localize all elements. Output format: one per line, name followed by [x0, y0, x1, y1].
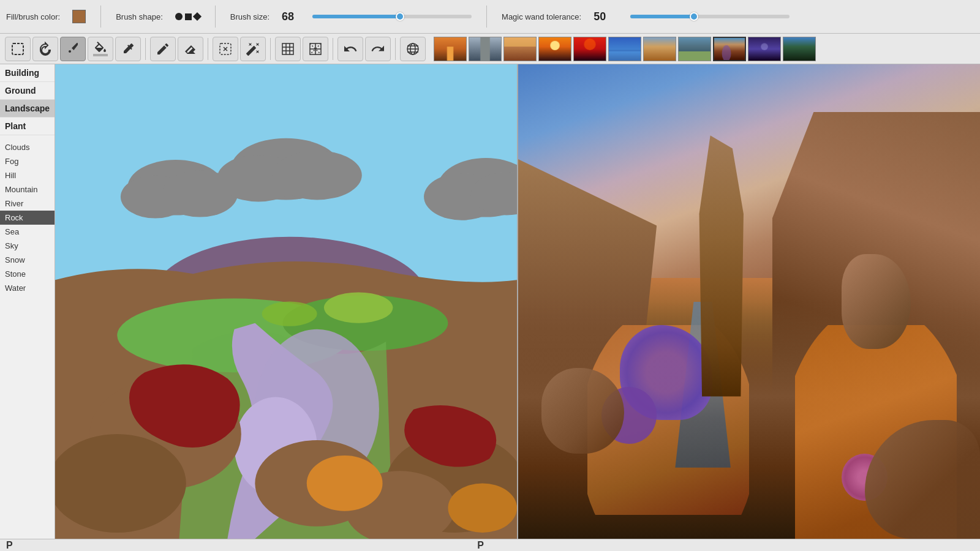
tool-grid2[interactable] — [303, 37, 328, 61]
fill-color-label: Fill/brush color: — [6, 12, 60, 21]
tool-redo[interactable] — [365, 37, 391, 61]
canvas-area — [55, 64, 980, 539]
brush-size-value: 68 — [282, 10, 300, 23]
sidebar-item-sky[interactable]: Sky — [0, 239, 55, 253]
thumbnail-6[interactable] — [608, 37, 641, 61]
main-area: Building Ground Landscape Plant Clouds F… — [0, 64, 980, 539]
fill-color-swatch[interactable] — [72, 10, 86, 23]
thumbnail-4[interactable] — [538, 37, 571, 61]
thumbnail-3[interactable] — [503, 37, 537, 61]
separator-2 — [215, 6, 216, 28]
sidebar-category-ground[interactable]: Ground — [0, 82, 55, 100]
brush-shape-label: Brush shape: — [116, 12, 163, 21]
thumbnail-7[interactable] — [643, 37, 676, 61]
svg-rect-0 — [12, 43, 23, 54]
tool-magic-wand[interactable] — [240, 37, 266, 61]
svg-point-38 — [448, 483, 517, 533]
thumbnail-11[interactable] — [783, 37, 816, 61]
magic-wand-slider[interactable] — [630, 15, 790, 18]
svg-rect-4 — [282, 43, 293, 54]
brush-size-slider[interactable] — [312, 15, 472, 18]
thumbnail-5[interactable] — [573, 37, 606, 61]
tool-selection[interactable] — [5, 37, 31, 61]
magic-wand-label: Magic wand tolerance: — [502, 12, 581, 21]
thumbnail-9[interactable] — [713, 37, 746, 61]
tool-brush[interactable] — [60, 37, 86, 61]
separator-tools-5 — [395, 38, 396, 60]
sidebar: Building Ground Landscape Plant Clouds F… — [0, 64, 55, 539]
painting-svg[interactable] — [55, 64, 517, 539]
sidebar-item-fog[interactable]: Fog — [0, 154, 55, 168]
svg-point-23 — [272, 151, 361, 200]
svg-point-37 — [307, 455, 383, 511]
bottom-bar: P P — [0, 539, 980, 551]
separator-tools-1 — [145, 38, 146, 60]
thumbnail-8[interactable] — [678, 37, 711, 61]
tool-erase-selection[interactable] — [213, 37, 238, 61]
thumbnail-10[interactable] — [748, 37, 781, 61]
brush-size-label: Brush size: — [230, 12, 270, 21]
magic-wand-value: 50 — [594, 10, 618, 23]
tool-globe[interactable] — [400, 37, 426, 61]
top-toolbar: Fill/brush color: Brush shape: Brush siz… — [0, 0, 980, 34]
brush-size-fill — [312, 15, 400, 18]
sidebar-item-river[interactable]: River — [0, 197, 55, 211]
tool-undo[interactable] — [337, 37, 363, 61]
tool-fill[interactable] — [88, 37, 113, 61]
sidebar-category-plant[interactable]: Plant — [0, 118, 55, 135]
magic-wand-thumb[interactable] — [690, 12, 698, 21]
sidebar-item-water[interactable]: Water — [0, 281, 55, 295]
sidebar-category-building[interactable]: Building — [0, 64, 55, 82]
separator-3 — [486, 6, 487, 28]
painting-panel[interactable] — [55, 64, 518, 539]
sidebar-item-clouds[interactable]: Clouds — [0, 140, 55, 154]
separator-1 — [100, 6, 101, 28]
thumbnail-strip — [434, 37, 816, 61]
sidebar-item-snow[interactable]: Snow — [0, 253, 55, 267]
tool-grid1[interactable] — [275, 37, 301, 61]
rock-middle-right — [842, 254, 911, 349]
sidebar-category-landscape[interactable]: Landscape — [0, 100, 55, 118]
brush-shapes — [175, 13, 200, 20]
brush-diamond-shape[interactable] — [193, 12, 202, 21]
magic-wand-fill — [630, 15, 694, 18]
svg-point-39 — [324, 292, 393, 323]
sidebar-item-sea[interactable]: Sea — [0, 225, 55, 239]
tool-eraser[interactable] — [178, 37, 203, 61]
separator-tools-2 — [208, 38, 208, 60]
sidebar-item-hill[interactable]: Hill — [0, 168, 55, 182]
sidebar-item-mountain[interactable]: Mountain — [0, 182, 55, 197]
bottom-left-indicator: P — [0, 540, 19, 551]
icon-toolbar — [0, 34, 980, 64]
tool-rotate[interactable] — [32, 37, 58, 61]
svg-point-40 — [262, 302, 317, 326]
sidebar-item-stone[interactable]: Stone — [0, 267, 55, 281]
tool-eyedropper[interactable] — [115, 37, 141, 61]
sidebar-item-rock[interactable]: Rock — [0, 211, 55, 225]
thumbnail-2[interactable] — [469, 37, 502, 61]
brush-size-thumb[interactable] — [396, 12, 404, 21]
brush-circle-shape[interactable] — [175, 13, 183, 20]
bottom-right-indicator: P — [471, 540, 490, 551]
tool-pencil[interactable] — [150, 37, 176, 61]
photo-panel[interactable] — [518, 64, 980, 539]
separator-tools-4 — [333, 38, 333, 60]
separator-tools-3 — [270, 38, 271, 60]
thumbnail-1[interactable] — [434, 37, 467, 61]
brush-square-shape[interactable] — [185, 13, 192, 20]
